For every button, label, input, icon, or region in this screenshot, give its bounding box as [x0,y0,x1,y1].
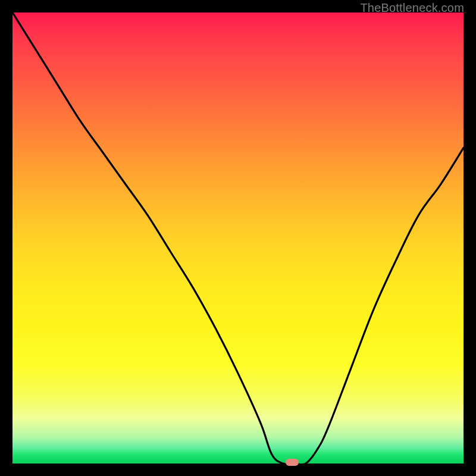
bottleneck-curve [12,12,464,464]
chart-frame: TheBottleneck.com [0,0,476,476]
plot-area [12,12,464,464]
optimal-point-marker [286,459,299,466]
watermark-text: TheBottleneck.com [360,1,464,15]
